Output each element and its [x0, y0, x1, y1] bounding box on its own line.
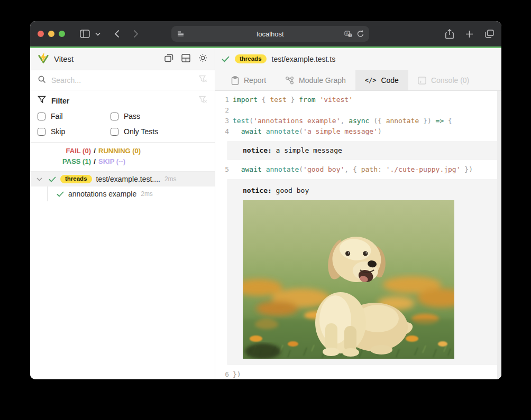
- code-token: =>: [436, 117, 444, 125]
- code-line: 3test('annotations example', async ({ an…: [215, 116, 501, 126]
- code-token: 'good boy': [303, 165, 344, 173]
- code-token: [233, 165, 241, 173]
- notice-label: notice:: [243, 186, 272, 194]
- svg-text:文: 文: [349, 33, 352, 36]
- tab-report[interactable]: Report: [222, 70, 276, 90]
- test-status-summary: FAIL (0) / RUNNING (0) PASS (1) / SKIP (…: [30, 143, 215, 172]
- code-token: async: [349, 117, 369, 125]
- clear-search-filter-icon[interactable]: [199, 75, 207, 85]
- notice-text: notice: good boy: [243, 185, 493, 196]
- annotation-image-puppy: [243, 200, 454, 359]
- reload-icon[interactable]: [357, 30, 364, 38]
- tab-overview-icon[interactable]: [485, 30, 494, 38]
- code-line: 1import { test } from 'vitest': [215, 95, 501, 105]
- pass-check-icon: [57, 191, 64, 197]
- forward-button[interactable]: [133, 30, 139, 38]
- code-token: './cute-puppy.jpg': [386, 165, 461, 173]
- code-token: ): [378, 127, 382, 135]
- dashboard-icon[interactable]: [181, 54, 190, 64]
- code-token: }): [233, 370, 241, 378]
- browser-toolbar: localhost A 文: [30, 21, 501, 46]
- share-icon[interactable]: [445, 29, 454, 39]
- zoom-window-button[interactable]: [59, 31, 65, 37]
- code-text: }): [229, 369, 241, 379]
- code-token: :: [378, 165, 386, 173]
- tab-module-graph[interactable]: Module Graph: [276, 70, 355, 90]
- tab-label: Report: [244, 76, 266, 85]
- running-count: RUNNING (0): [98, 146, 215, 156]
- tab-console[interactable]: Console (0): [408, 70, 479, 90]
- separator: /: [91, 146, 98, 156]
- translate-icon[interactable]: A 文: [344, 31, 353, 38]
- search-input[interactable]: [51, 76, 194, 85]
- tab-bar: Report Module Graph </> Code: [215, 70, 501, 91]
- filter-checkbox-only-tests[interactable]: Only Tests: [111, 127, 207, 136]
- browser-window: localhost A 文: [30, 21, 501, 379]
- code-token: import: [233, 96, 258, 104]
- code-line: 5 await annotate('good boy', { path: './…: [215, 164, 501, 175]
- vitest-logo-icon: [38, 52, 49, 66]
- filter-checkbox-skip[interactable]: Skip: [38, 127, 111, 136]
- tab-code[interactable]: </> Code: [355, 70, 408, 90]
- minimize-window-button[interactable]: [48, 31, 54, 37]
- code-token: }): [419, 117, 435, 125]
- address-bar[interactable]: localhost A 文: [171, 26, 369, 42]
- file-header: threads test/example.test.ts: [215, 48, 501, 70]
- collapse-panels-icon[interactable]: [164, 54, 173, 64]
- console-icon: [418, 77, 426, 85]
- code-text: await annotate('a simple message'): [229, 126, 382, 137]
- filter-checkbox-pass[interactable]: Pass: [111, 112, 207, 120]
- code-token: (: [299, 127, 303, 135]
- checkbox-label: Fail: [51, 112, 63, 120]
- code-token: await: [241, 127, 262, 135]
- test-duration: 2ms: [141, 190, 153, 198]
- code-body: 1import { test } from 'vitest'23test('an…: [215, 95, 501, 379]
- clear-filter-icon[interactable]: [199, 96, 207, 106]
- theme-toggle-sun-icon[interactable]: [198, 53, 207, 64]
- code-text: import { test } from 'vitest': [229, 95, 353, 105]
- code-token: annotate: [266, 127, 299, 135]
- tab-label: Code: [381, 76, 398, 85]
- code-token: (: [249, 117, 253, 125]
- checkbox-label: Pass: [124, 112, 140, 120]
- window-controls: [38, 31, 65, 37]
- checkbox-icon[interactable]: [111, 128, 118, 136]
- back-button[interactable]: [114, 30, 120, 38]
- main-panel: threads test/example.test.ts Report: [215, 48, 501, 379]
- chevron-down-icon[interactable]: [95, 32, 100, 36]
- checkbox-icon[interactable]: [38, 128, 45, 136]
- new-tab-icon[interactable]: [465, 30, 473, 38]
- pass-check-icon: [222, 56, 230, 62]
- scrollbar-track[interactable]: [497, 91, 501, 379]
- code-token: 'a simple message': [303, 127, 378, 135]
- annotation-notice: notice: good boy: [227, 179, 500, 365]
- tree-guide-line: [30, 186, 48, 201]
- checkbox-icon[interactable]: [111, 113, 118, 120]
- fail-count: FAIL (0): [30, 146, 91, 156]
- notice-label: notice:: [243, 146, 272, 154]
- chevron-down-icon[interactable]: [36, 178, 42, 181]
- line-number: 2: [215, 105, 229, 116]
- line-number: 5: [215, 164, 229, 175]
- sidebar: Vitest: [30, 48, 215, 379]
- svg-text:A: A: [346, 31, 349, 35]
- code-token: ,: [341, 117, 349, 125]
- code-token: 'vitest': [319, 96, 353, 104]
- filter-label: Filter: [51, 97, 69, 105]
- tab-label: Module Graph: [299, 76, 346, 85]
- pass-check-icon: [49, 176, 56, 182]
- code-token: [262, 127, 266, 135]
- test-case-name: annotations example: [68, 190, 136, 198]
- code-text: await annotate('good boy', { path: './cu…: [229, 164, 473, 175]
- search-row: [30, 70, 215, 90]
- code-view[interactable]: 1import { test } from 'vitest'23test('an…: [215, 91, 501, 379]
- checkbox-icon[interactable]: [38, 113, 45, 120]
- code-token: , {: [344, 165, 361, 173]
- app-title: Vitest: [54, 54, 74, 63]
- code-token: annotate: [386, 117, 419, 125]
- close-window-button[interactable]: [38, 31, 44, 37]
- filter-checkbox-fail[interactable]: Fail: [38, 112, 111, 120]
- sidebar-toggle-icon[interactable]: [80, 30, 90, 38]
- test-case-row[interactable]: annotations example 2ms: [30, 186, 215, 201]
- test-file-row[interactable]: threads test/example.test.... 2ms: [30, 172, 215, 186]
